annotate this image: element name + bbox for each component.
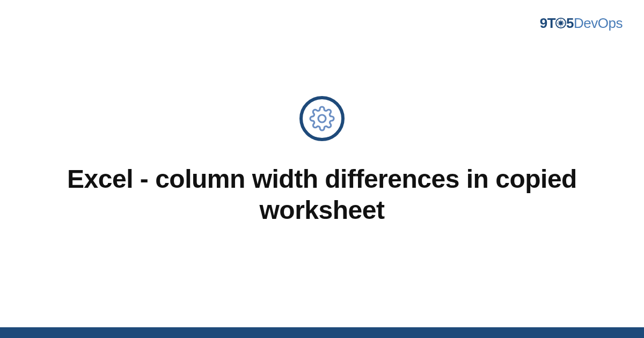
footer-bar: [0, 327, 644, 338]
page-title: Excel - column width differences in copi…: [43, 164, 601, 225]
main-content: Excel - column width differences in copi…: [0, 0, 644, 338]
gear-icon-badge: [299, 96, 345, 141]
gear-icon: [309, 106, 335, 131]
